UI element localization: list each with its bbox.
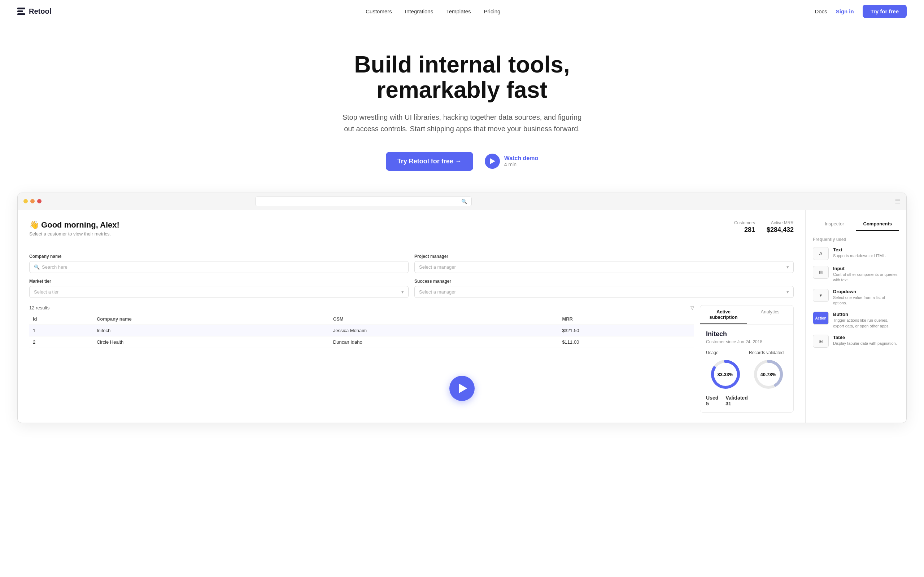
- window-controls: [23, 199, 42, 203]
- stats-row: Customers 281 Active MRR $284,432: [734, 220, 794, 234]
- button-component-name: Button: [833, 311, 899, 317]
- table-component-name: Table: [833, 335, 897, 340]
- tab-components[interactable]: Components: [856, 218, 900, 231]
- row2-company: Circle Health: [93, 336, 330, 348]
- dot-maximize: [30, 199, 35, 203]
- watch-demo[interactable]: Watch demo 4 min: [485, 154, 538, 169]
- used-label: Used: [706, 395, 718, 401]
- mrr-stat: Active MRR $284,432: [767, 220, 794, 234]
- usage-label: Usage: [706, 350, 745, 355]
- component-text: A Text Supports markdown or HTML.: [813, 247, 899, 260]
- greeting: 👋 Good morning, Alex! Select a customer …: [29, 220, 120, 237]
- project-manager-placeholder: Select a manager: [419, 264, 456, 270]
- nav-signin-link[interactable]: Sign in: [836, 8, 854, 15]
- nav-docs-link[interactable]: Docs: [815, 8, 827, 15]
- search-icon: 🔍: [34, 264, 40, 270]
- dropdown-component-desc: Select one value from a list of options.: [833, 295, 899, 306]
- sidebar-tabs: Inspector Components: [813, 218, 899, 231]
- component-button: Action Button Trigger actions like run q…: [813, 311, 899, 329]
- logo-icon: [17, 8, 25, 15]
- table-row[interactable]: 2 Circle Health Duncan Idaho $111.00: [29, 336, 694, 348]
- play-button[interactable]: [485, 154, 500, 169]
- row2-id: 2: [29, 336, 93, 348]
- dot-close: [37, 199, 42, 203]
- results-panel: 12 results ▽ id Company name CSM MRR: [29, 305, 794, 413]
- table-component-desc: Display tabular data with pagination.: [833, 341, 897, 346]
- nav-pricing[interactable]: Pricing: [484, 8, 501, 15]
- chevron-down-icon: ▾: [787, 264, 789, 270]
- market-tier-select[interactable]: Select a tier ▾: [29, 286, 409, 298]
- mrr-label: Active MRR: [767, 220, 794, 226]
- table-section: 12 results ▽ id Company name CSM MRR: [29, 305, 694, 413]
- col-id: id: [29, 313, 93, 325]
- navbar: Retool Customers Integrations Templates …: [0, 0, 924, 23]
- company-filter: Company name 🔍 Search here: [29, 254, 409, 273]
- market-tier-placeholder: Select a tier: [34, 289, 59, 295]
- watch-demo-label: Watch demo: [504, 155, 538, 161]
- table-component-icon: ⊞: [813, 335, 829, 348]
- search-icon: 🔍: [461, 199, 467, 204]
- hero-headline: Build internal tools, remarkably fast: [318, 52, 606, 103]
- input-component-name: Input: [833, 266, 899, 271]
- dropdown-component-name: Dropdown: [833, 289, 899, 294]
- customers-label: Customers: [734, 220, 755, 226]
- demo-text: Watch demo 4 min: [504, 155, 538, 167]
- chevron-down-icon-3: ▾: [787, 289, 789, 295]
- results-count: 12 results: [29, 305, 50, 311]
- nav-customers[interactable]: Customers: [366, 8, 392, 15]
- success-manager-select[interactable]: Select a manager ▾: [414, 286, 794, 298]
- used-value: 5: [706, 401, 718, 406]
- input-component-desc: Control other components or queries with…: [833, 272, 899, 283]
- records-percent: 40.78%: [760, 371, 776, 377]
- table-row[interactable]: 1 Initech Jessica Mohaim $321.50: [29, 324, 694, 336]
- detail-bottom-stats: Used 5 Validated 31: [706, 395, 788, 406]
- nav-actions: Docs Sign in Try for free: [815, 5, 907, 18]
- records-label: Records validated: [749, 350, 788, 355]
- dropdown-component-icon: ▼: [813, 289, 829, 302]
- col-csm: CSM: [330, 313, 559, 325]
- hero-subheadline: Stop wrestling with UI libraries, hackin…: [339, 111, 585, 134]
- nav-cta-button[interactable]: Try for free: [863, 5, 907, 18]
- row2-mrr: $111.00: [558, 336, 694, 348]
- demo-duration: 4 min: [504, 161, 538, 167]
- app-sidebar: Inspector Components Frequently used A T…: [805, 210, 906, 423]
- filter-icon[interactable]: ▽: [690, 305, 694, 311]
- market-tier-label: Market tier: [29, 279, 409, 284]
- nav-templates[interactable]: Templates: [446, 8, 471, 15]
- success-manager-placeholder: Select a manager: [419, 289, 456, 295]
- text-component-icon: A: [813, 247, 829, 260]
- detail-body: Initech Customer since Jun 24, 2018 Usag…: [700, 324, 793, 412]
- chevron-down-icon-2: ▾: [401, 289, 404, 295]
- svg-marker-5: [459, 384, 467, 393]
- success-manager-filter: Success manager Select a manager ▾: [414, 279, 794, 298]
- sidebar-section-title: Frequently used: [813, 237, 899, 242]
- data-table: id Company name CSM MRR 1 Initech: [29, 313, 694, 348]
- project-manager-select[interactable]: Select a manager ▾: [414, 261, 794, 273]
- logo-text: Retool: [29, 7, 51, 16]
- url-bar[interactable]: 🔍: [255, 197, 472, 206]
- row1-mrr: $321.50: [558, 324, 694, 336]
- detail-since: Customer since Jun 24, 2018: [706, 339, 788, 344]
- validated-value: 31: [725, 401, 748, 406]
- detail-company-name: Initech: [706, 330, 788, 338]
- nav-links: Customers Integrations Templates Pricing: [366, 8, 500, 15]
- nav-integrations[interactable]: Integrations: [405, 8, 433, 15]
- play-overlay-button[interactable]: [449, 376, 475, 401]
- project-manager-label: Project manager: [414, 254, 794, 259]
- logo[interactable]: Retool: [17, 7, 51, 16]
- usage-percent: 83.33%: [717, 371, 733, 377]
- mockup-wrapper: 🔍 ☰ 👋 Good morning, Alex! Select a custo…: [0, 193, 924, 445]
- company-filter-label: Company name: [29, 254, 409, 259]
- component-input: ▤ Input Control other components or quer…: [813, 266, 899, 283]
- hero-cta-button[interactable]: Try Retool for free →: [386, 152, 473, 171]
- greeting-text: 👋 Good morning, Alex!: [29, 220, 120, 230]
- customers-value: 281: [734, 226, 755, 234]
- records-metric: Records validated 40.78%: [749, 350, 788, 390]
- project-manager-filter: Project manager Select a manager ▾: [414, 254, 794, 273]
- tab-inspector[interactable]: Inspector: [813, 218, 856, 231]
- tab-analytics[interactable]: Analytics: [747, 305, 793, 324]
- company-search-input[interactable]: 🔍 Search here: [29, 261, 409, 273]
- tab-active-subscription[interactable]: Active subscription: [700, 305, 747, 324]
- browser-bar: 🔍 ☰: [18, 193, 906, 210]
- row1-company: Initech: [93, 324, 330, 336]
